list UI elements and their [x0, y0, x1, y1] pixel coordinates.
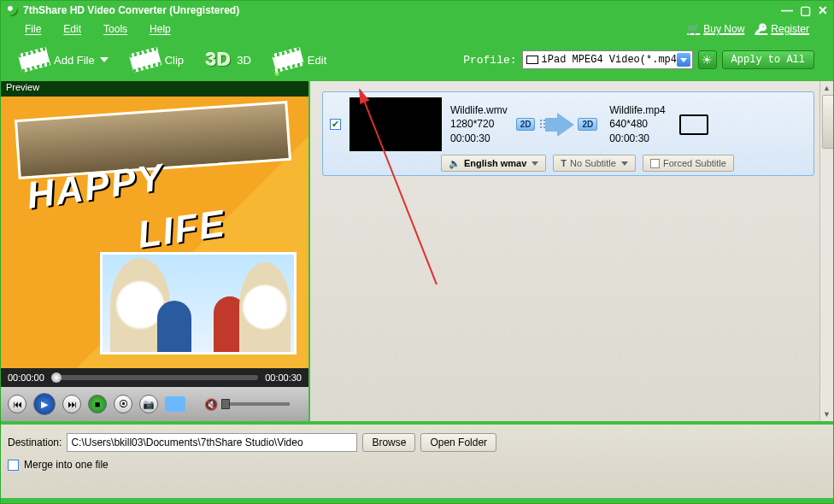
preview-title: Preview: [1, 81, 308, 97]
snapshot-folder-button[interactable]: [165, 396, 185, 412]
conversion-arrow: 2D ⠿⠿ 2D: [516, 113, 598, 137]
subtitle-select[interactable]: No Subtitle: [553, 155, 636, 172]
key-icon: [755, 23, 767, 35]
scroll-down-button[interactable]: ▼: [820, 407, 833, 421]
timeline[interactable]: 00:00:00 00:00:30: [1, 368, 308, 387]
file-checkbox[interactable]: ✔: [330, 119, 341, 130]
time-current: 00:00:00: [8, 372, 44, 383]
forced-subtitle-toggle[interactable]: Forced Subtitle: [643, 155, 734, 172]
time-total: 00:00:30: [265, 372, 302, 383]
volume-knob[interactable]: [221, 399, 230, 409]
stop-button[interactable]: ■: [88, 395, 107, 413]
device-icon: [679, 114, 708, 135]
target-name: Wildlife.mp4: [609, 103, 665, 117]
target-2d-badge: 2D: [578, 118, 597, 131]
merge-checkbox[interactable]: [8, 460, 19, 471]
speaker-icon: [449, 158, 461, 169]
file-list-panel: ✔ Wildlife.wmv 1280*720 00:00:30 2D ⠿⠿ 2…: [308, 81, 833, 421]
merge-label: Merge into one file: [24, 459, 109, 471]
film-edit-icon: [272, 47, 305, 73]
mute-icon[interactable]: [204, 396, 218, 412]
volume-track[interactable]: [221, 402, 290, 406]
menu-file[interactable]: File: [25, 23, 41, 35]
maximize-button[interactable]: ▢: [800, 3, 811, 17]
preview-photo-bottom: [100, 252, 297, 355]
edit-button[interactable]: Edit: [273, 50, 326, 69]
file-item[interactable]: ✔ Wildlife.wmv 1280*720 00:00:30 2D ⠿⠿ 2…: [322, 91, 814, 176]
chevron-down-icon: [100, 57, 109, 62]
register-link[interactable]: Register: [755, 23, 809, 35]
clip-button[interactable]: Clip: [131, 50, 184, 69]
3d-button[interactable]: 3D 3D: [206, 49, 251, 71]
buy-now-link[interactable]: Buy Now: [687, 23, 744, 35]
settings-button[interactable]: [698, 50, 717, 69]
scroll-thumb[interactable]: [822, 95, 833, 149]
seek-track[interactable]: [51, 375, 258, 380]
film-icon: [18, 47, 51, 73]
3d-icon: 3D: [206, 49, 232, 71]
toolbar: Add File Clip 3D 3D Edit Profile: iPad M…: [1, 38, 833, 81]
arrow-right-icon: [557, 113, 574, 137]
source-name: Wildlife.wmv: [450, 103, 508, 117]
menu-help[interactable]: Help: [150, 23, 171, 35]
step-button[interactable]: ⦿: [114, 395, 132, 413]
target-info: Wildlife.mp4 640*480 00:00:30: [609, 103, 665, 145]
subtitle-icon: [561, 158, 567, 168]
scrollbar[interactable]: ▲ ▼: [819, 81, 833, 421]
file-thumbnail: [349, 97, 442, 151]
menu-edit[interactable]: Edit: [63, 23, 81, 35]
window-title: 7thShare HD Video Converter (Unregistere…: [23, 4, 239, 16]
snapshot-button[interactable]: 📷: [139, 395, 158, 413]
next-button[interactable]: ⏭: [62, 395, 81, 413]
forced-subtitle-checkbox[interactable]: [650, 159, 660, 168]
seek-knob[interactable]: [51, 372, 62, 383]
close-button[interactable]: ✕: [818, 3, 828, 17]
prev-button[interactable]: ⏮: [8, 395, 26, 413]
destination-input[interactable]: [67, 433, 357, 452]
preview-panel: Preview HAPPY LIFE 00:00:00 00:00:30 ⏮ ▶…: [1, 81, 308, 421]
preview-text-life: LIFE: [135, 202, 228, 256]
bottom-bar: Destination: Browse Open Folder Merge in…: [1, 421, 833, 503]
preview-canvas: HAPPY LIFE: [1, 97, 308, 368]
browse-button[interactable]: Browse: [362, 433, 415, 452]
chevron-down-icon: [677, 53, 690, 67]
apply-to-all-button[interactable]: Apply to All: [722, 50, 814, 69]
profile-label: Profile:: [463, 54, 516, 67]
minimize-button[interactable]: —: [781, 3, 793, 17]
destination-label: Destination:: [8, 437, 62, 448]
device-icon: [526, 56, 538, 64]
profile-select[interactable]: iPad MPEG4 Video(*.mp4): [522, 50, 693, 69]
scroll-up-button[interactable]: ▲: [820, 81, 833, 95]
source-res: 1280*720: [450, 117, 508, 131]
cart-icon: [687, 23, 700, 35]
play-button[interactable]: ▶: [33, 393, 56, 415]
source-dur: 00:00:30: [450, 132, 508, 145]
source-info: Wildlife.wmv 1280*720 00:00:30: [450, 103, 508, 145]
target-dur: 00:00:30: [609, 132, 665, 145]
audio-track-select[interactable]: English wmav: [441, 155, 546, 172]
app-icon: [6, 4, 18, 16]
player-controls: ⏮ ▶ ⏭ ■ ⦿ 📷: [1, 387, 308, 421]
chevron-down-icon: [532, 161, 538, 166]
target-res: 640*480: [609, 117, 665, 131]
source-2d-badge: 2D: [516, 118, 536, 131]
open-folder-button[interactable]: Open Folder: [420, 433, 496, 452]
menu-tools[interactable]: Tools: [103, 23, 127, 35]
title-bar: 7thShare HD Video Converter (Unregistere…: [1, 1, 833, 20]
menu-bar: File Edit Tools Help Buy Now Register: [1, 20, 833, 38]
film-clip-icon: [128, 47, 162, 73]
chevron-down-icon: [621, 161, 628, 166]
add-file-button[interactable]: Add File: [20, 50, 109, 69]
